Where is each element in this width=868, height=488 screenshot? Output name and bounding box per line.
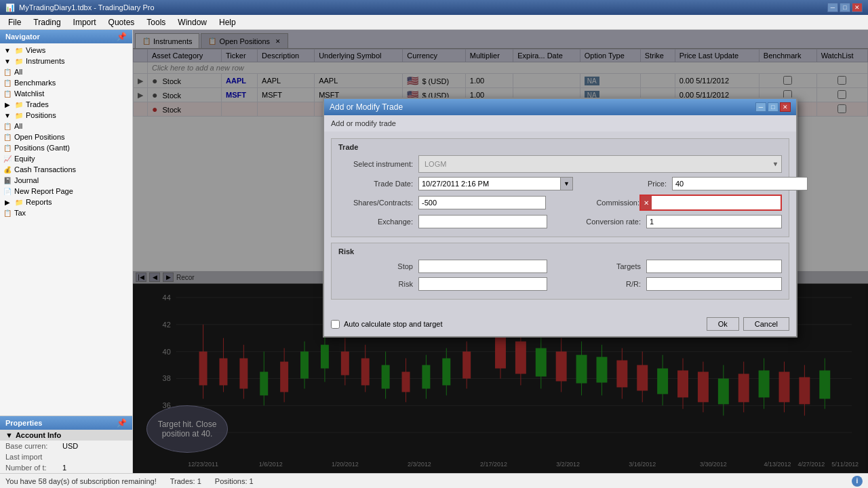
maximize-button[interactable]: □: [840, 3, 850, 12]
sidebar-item-label-open-positions: Open Positions: [14, 133, 65, 141]
journal-icon: 📓: [3, 176, 12, 185]
properties-panel: Properties 📌 ▼ Account Info Base curren:…: [0, 415, 132, 473]
sidebar-item-open-positions[interactable]: 📋 Open Positions: [0, 131, 132, 142]
main-layout: Navigator 📌 ▼ 📁 Views ▼ 📁 Instruments 📋 …: [0, 30, 868, 473]
instrument-row: Select instrument: LOGM ▼: [338, 155, 782, 173]
targets-label: Targets: [566, 262, 641, 270]
rr-label: R/R:: [566, 280, 641, 288]
last-import-label: Last import: [5, 453, 60, 461]
status-bar: You have 58 day(s) of subscription remai…: [0, 473, 868, 488]
sidebar-item-tax[interactable]: 📋 Tax: [0, 207, 132, 218]
commission-label: Commission:: [565, 199, 639, 207]
sidebar-item-journal[interactable]: 📓 Journal: [0, 175, 132, 186]
title-bar-controls[interactable]: ─ □ ✕: [827, 3, 863, 12]
shares-label: Shares/Contracts:: [338, 199, 413, 207]
stop-input[interactable]: [418, 260, 547, 273]
sidebar-item-label-gantt: Positions (Gantt): [14, 144, 70, 152]
sidebar-item-instruments[interactable]: ▼ 📁 Instruments: [0, 56, 132, 66]
risk-input[interactable]: [418, 277, 547, 291]
sidebar-item-views[interactable]: ▼ 📁 Views: [0, 45, 132, 56]
account-info-section: ▼ Account Info: [0, 430, 132, 441]
account-info-label: Account Info: [16, 431, 61, 439]
sidebar-item-watchlist[interactable]: 📋 Watchlist: [0, 88, 132, 99]
folder-icon: 📁: [14, 45, 24, 55]
footer-buttons: Ok Cancel: [707, 317, 789, 331]
sidebar-item-positions-all[interactable]: 📋 All: [0, 121, 132, 131]
navigator-pin-icon[interactable]: 📌: [117, 32, 127, 41]
properties-pin-icon[interactable]: 📌: [117, 418, 127, 428]
modal-titlebar-buttons: ─ □ ✕: [755, 102, 791, 112]
account-info-collapse-icon[interactable]: ▼: [5, 431, 13, 439]
conversion-rate-input[interactable]: [646, 215, 782, 228]
commission-input[interactable]: [652, 196, 781, 209]
price-input[interactable]: [672, 177, 808, 190]
ok-button[interactable]: Ok: [707, 317, 739, 331]
commission-clear-btn[interactable]: ✕: [641, 196, 652, 209]
sidebar-item-label-all: All: [14, 68, 22, 76]
sidebar-item-new-report[interactable]: 📄 New Report Page: [0, 186, 132, 197]
sidebar-item-benchmarks[interactable]: 📋 Benchmarks: [0, 77, 132, 88]
sidebar-item-cash-transactions[interactable]: 💰 Cash Transactions: [0, 164, 132, 175]
sidebar-item-reports[interactable]: ▶ 📁 Reports: [0, 197, 132, 207]
cancel-button[interactable]: Cancel: [743, 317, 789, 331]
new-report-icon: 📄: [3, 186, 12, 196]
cash-icon: 💰: [3, 165, 12, 174]
instrument-select[interactable]: LOGM ▼: [418, 155, 782, 173]
close-button[interactable]: ✕: [852, 3, 863, 12]
menu-file[interactable]: File: [3, 16, 26, 28]
modal-body: Trade Select instrument: LOGM ▼: [324, 131, 796, 312]
sidebar-item-positions-gantt[interactable]: 📋 Positions (Gantt): [0, 142, 132, 153]
sidebar-item-label-reports: Reports: [26, 198, 52, 206]
trade-date-dropdown-btn[interactable]: ▼: [561, 177, 573, 190]
auto-calc-row: Auto calculate stop and target: [331, 320, 443, 329]
app-title: MyTradingDiary1.tdbx - TradingDiary Pro: [19, 3, 155, 12]
app-icon: 📊: [5, 3, 15, 12]
tax-icon: 📋: [3, 208, 12, 218]
modal-subtitle-bar: Add or modify trade: [324, 115, 796, 131]
sidebar-item-all[interactable]: 📋 All: [0, 66, 132, 77]
modal-close-button[interactable]: ✕: [780, 102, 791, 112]
menu-quotes[interactable]: Quotes: [103, 16, 140, 28]
navigator-title: Navigator: [5, 33, 40, 41]
modal-subtitle-text: Add or modify trade: [331, 119, 396, 127]
benchmark-icon: 📋: [3, 78, 12, 87]
risk-section-title: Risk: [338, 247, 782, 256]
title-bar-left: 📊 MyTradingDiary1.tdbx - TradingDiary Pr…: [5, 3, 155, 12]
menu-help[interactable]: Help: [214, 16, 241, 28]
sidebar-item-label-trades: Trades: [26, 100, 49, 108]
trade-date-input[interactable]: [418, 177, 561, 190]
info-icon[interactable]: i: [852, 476, 863, 487]
trade-section: Trade Select instrument: LOGM ▼: [331, 138, 789, 237]
sidebar-item-equity[interactable]: 📈 Equity: [0, 153, 132, 164]
menu-trading[interactable]: Trading: [28, 16, 66, 28]
equity-icon: 📈: [3, 154, 12, 163]
gantt-icon: 📋: [3, 143, 12, 152]
number-of-t-value: 1: [62, 464, 66, 472]
folder-icon-4: 📁: [14, 110, 24, 120]
exchange-row: Exchange: Conversion rate:: [338, 215, 782, 228]
folder-icon-3: 📁: [14, 100, 24, 109]
sidebar-item-label-positions-all: All: [14, 122, 22, 130]
auto-calc-checkbox[interactable]: [331, 320, 340, 329]
list-icon: 📋: [3, 67, 12, 77]
add-modify-trade-modal: Add or Modify Trade ─ □ ✕ Add or modify …: [323, 98, 797, 338]
sidebar-item-label-tax: Tax: [14, 209, 26, 217]
menu-window[interactable]: Window: [172, 16, 212, 28]
base-currency-label: Base curren:: [5, 442, 60, 450]
minimize-button[interactable]: ─: [827, 3, 838, 12]
exchange-input[interactable]: [418, 215, 547, 228]
menu-tools[interactable]: Tools: [141, 16, 171, 28]
sidebar-item-label-journal: Journal: [14, 176, 39, 184]
targets-input[interactable]: [646, 260, 782, 273]
modal-restore-button[interactable]: □: [768, 102, 778, 112]
price-label: Price:: [592, 180, 667, 188]
sidebar-item-trades[interactable]: ▶ 📁 Trades: [0, 99, 132, 110]
risk-rr-row: Risk R/R:: [338, 277, 782, 291]
sidebar-item-label-views: Views: [26, 46, 45, 54]
shares-input[interactable]: [418, 196, 546, 209]
sidebar-item-positions[interactable]: ▼ 📁 Positions: [0, 110, 132, 121]
modal-minimize-button[interactable]: ─: [755, 102, 766, 112]
menu-import[interactable]: Import: [68, 16, 102, 28]
rr-input[interactable]: [646, 277, 782, 291]
stop-targets-row: Stop Targets: [338, 260, 782, 273]
